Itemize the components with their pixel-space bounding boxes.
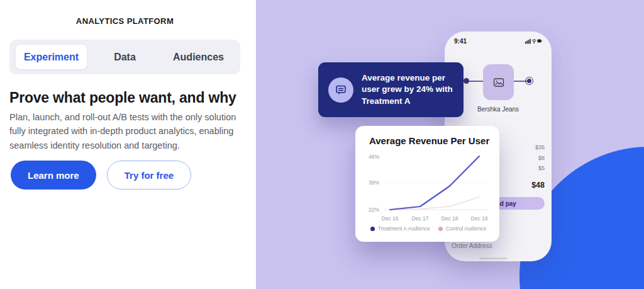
price-item: $8	[501, 153, 545, 164]
y-axis-tick: 22%	[358, 207, 379, 213]
insight-callout-card: Average revenue per user grew by 24% wit…	[318, 62, 464, 117]
price-column: $35 $8 $5 $48	[501, 142, 545, 190]
legend-dot-control	[438, 227, 443, 231]
legend-label: Treatment A Audience	[378, 225, 430, 232]
tab-audiences[interactable]: Audiences	[163, 45, 234, 69]
chart-legend: Treatment A Audience Control Audience	[370, 225, 487, 232]
x-axis-tick: Dec 16	[377, 215, 402, 222]
status-time: 9:41	[454, 38, 467, 45]
stepper-dot-1	[464, 78, 469, 84]
price-item: $5	[501, 163, 545, 174]
order-address-label: Order Address	[452, 242, 492, 249]
hero-illustration: 9:41 ←	[256, 0, 644, 289]
price-item: $35	[501, 142, 545, 153]
try-for-free-button[interactable]: Try for free	[107, 161, 191, 190]
chart-title: Average Revenue Per User	[369, 135, 489, 146]
page-title: Prove what people want, and why	[9, 89, 248, 106]
chart-card: Average Revenue Per User 46% 39% 22% Dec…	[355, 126, 499, 242]
home-indicator	[479, 258, 508, 259]
status-icons	[525, 38, 542, 44]
y-axis-tick: 39%	[358, 179, 379, 186]
stepper-dot-3-active	[525, 77, 533, 85]
callout-icon-circle	[328, 77, 353, 103]
marketing-panel: ANALYTICS PLATFORM Experiment Data Audie…	[0, 0, 256, 289]
legend-dot-treatment	[370, 227, 375, 231]
callout-text: Average revenue per user grew by 24% wit…	[362, 72, 455, 108]
phone-statusbar: 9:41	[445, 37, 552, 45]
order-total: $48	[501, 181, 545, 190]
tab-data[interactable]: Data	[89, 45, 160, 69]
x-axis-tick: Dec 17	[408, 215, 433, 222]
feature-tabbar: Experiment Data Audiences	[9, 40, 240, 74]
x-axis-tick: Dec 18	[437, 215, 462, 222]
description-text: Plan, launch, and roll-out A/B tests wit…	[9, 110, 239, 152]
product-image-placeholder	[483, 64, 514, 100]
cta-row: Learn more Try for free	[11, 161, 191, 190]
tab-experiment[interactable]: Experiment	[16, 45, 87, 69]
legend-label: Control Audience	[446, 225, 487, 232]
eyebrow-label: ANALYTICS PLATFORM	[9, 16, 240, 26]
x-axis-tick: Dec 19	[467, 215, 492, 222]
chat-bubble-icon	[335, 84, 347, 96]
image-icon	[493, 77, 504, 88]
learn-more-button[interactable]: Learn more	[11, 161, 96, 190]
legend-item-control: Control Audience	[438, 225, 487, 232]
legend-item-treatment: Treatment A Audience	[370, 225, 430, 232]
y-axis-tick: 46%	[358, 154, 379, 160]
